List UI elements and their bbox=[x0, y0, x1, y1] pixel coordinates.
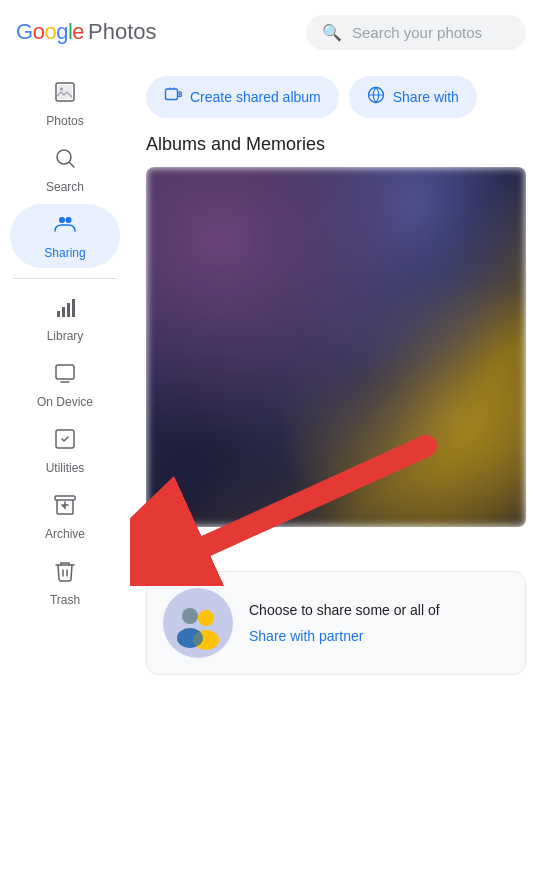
share-with-icon bbox=[367, 86, 385, 108]
logo-g-blue: G bbox=[16, 19, 33, 44]
search-nav-icon bbox=[53, 146, 77, 176]
logo-photos-text: Photos bbox=[88, 19, 157, 45]
logo-g-red: o bbox=[33, 19, 45, 44]
share-with-partner-link[interactable]: Share with partner bbox=[249, 628, 363, 644]
logo-g-blue2: g bbox=[56, 19, 68, 44]
svg-rect-9 bbox=[67, 303, 70, 317]
sidebar-photos-label: Photos bbox=[46, 114, 83, 128]
sidebar-trash-label: Trash bbox=[50, 593, 80, 607]
svg-point-6 bbox=[66, 217, 72, 223]
create-shared-album-button[interactable]: Create shared album bbox=[146, 76, 339, 118]
search-icon: 🔍 bbox=[322, 23, 342, 42]
logo-g-yellow: o bbox=[44, 19, 56, 44]
logo-google-text: Google bbox=[16, 19, 84, 45]
share-with-button[interactable]: Share with bbox=[349, 76, 477, 118]
svg-rect-14 bbox=[55, 496, 75, 500]
sidebar-item-library[interactable]: Library bbox=[10, 287, 120, 351]
logo-g-red2: e bbox=[72, 19, 84, 44]
share-with-label: Share with bbox=[393, 89, 459, 105]
content-wrapper: Create shared album Share with Albums an… bbox=[146, 76, 526, 675]
svg-point-27 bbox=[182, 608, 198, 624]
archive-icon bbox=[53, 493, 77, 523]
sidebar-divider bbox=[13, 278, 117, 279]
svg-point-2 bbox=[60, 88, 63, 91]
sidebar-item-search[interactable]: Search bbox=[10, 138, 120, 202]
content-area: Create shared album Share with Albums an… bbox=[130, 64, 542, 883]
svg-rect-18 bbox=[166, 89, 178, 100]
section-title: Albums and Memories bbox=[146, 134, 526, 155]
action-buttons: Create shared album Share with bbox=[146, 76, 526, 118]
partner-avatar bbox=[163, 588, 233, 658]
create-album-icon bbox=[164, 86, 182, 108]
sidebar-item-sharing[interactable]: Sharing bbox=[10, 204, 120, 268]
utilities-icon bbox=[53, 427, 77, 457]
header: Google Photos 🔍 Search your photos bbox=[0, 0, 542, 64]
svg-rect-11 bbox=[56, 365, 74, 379]
svg-rect-10 bbox=[72, 299, 75, 317]
album-image[interactable] bbox=[146, 167, 526, 527]
sidebar-on-device-label: On Device bbox=[37, 395, 93, 409]
sidebar-sharing-label: Sharing bbox=[44, 246, 85, 260]
photos-icon bbox=[53, 80, 77, 110]
sidebar-library-label: Library bbox=[47, 329, 84, 343]
sidebar-item-utilities[interactable]: Utilities bbox=[10, 419, 120, 483]
svg-rect-8 bbox=[62, 307, 65, 317]
search-placeholder: Search your photos bbox=[352, 24, 482, 41]
main-layout: Photos Search Sharing bbox=[0, 64, 542, 883]
sidebar-item-trash[interactable]: Trash bbox=[10, 551, 120, 615]
svg-point-5 bbox=[59, 217, 65, 223]
sidebar-item-archive[interactable]: Archive bbox=[10, 485, 120, 549]
svg-line-4 bbox=[70, 163, 75, 168]
svg-point-3 bbox=[57, 150, 71, 164]
svg-rect-1 bbox=[58, 85, 72, 99]
partner-card: Choose to share some or all of Share wit… bbox=[146, 571, 526, 675]
create-shared-album-label: Create shared album bbox=[190, 89, 321, 105]
sidebar-item-on-device[interactable]: On Device bbox=[10, 353, 120, 417]
svg-rect-7 bbox=[57, 311, 60, 317]
sidebar-archive-label: Archive bbox=[45, 527, 85, 541]
sidebar-search-label: Search bbox=[46, 180, 84, 194]
search-bar[interactable]: 🔍 Search your photos bbox=[306, 15, 526, 50]
sharing-icon bbox=[53, 212, 77, 242]
album-label: Games bbox=[146, 535, 526, 551]
logo: Google Photos bbox=[16, 19, 157, 45]
album-image-blur bbox=[146, 167, 526, 527]
svg-point-31 bbox=[177, 628, 203, 648]
partner-description: Choose to share some or all of bbox=[249, 601, 509, 621]
trash-icon bbox=[53, 559, 77, 589]
sidebar: Photos Search Sharing bbox=[0, 64, 130, 883]
library-icon bbox=[53, 295, 77, 325]
svg-point-29 bbox=[198, 610, 214, 626]
sidebar-utilities-label: Utilities bbox=[46, 461, 85, 475]
sidebar-item-photos[interactable]: Photos bbox=[10, 72, 120, 136]
on-device-icon bbox=[53, 361, 77, 391]
partner-text: Choose to share some or all of Share wit… bbox=[249, 601, 509, 645]
